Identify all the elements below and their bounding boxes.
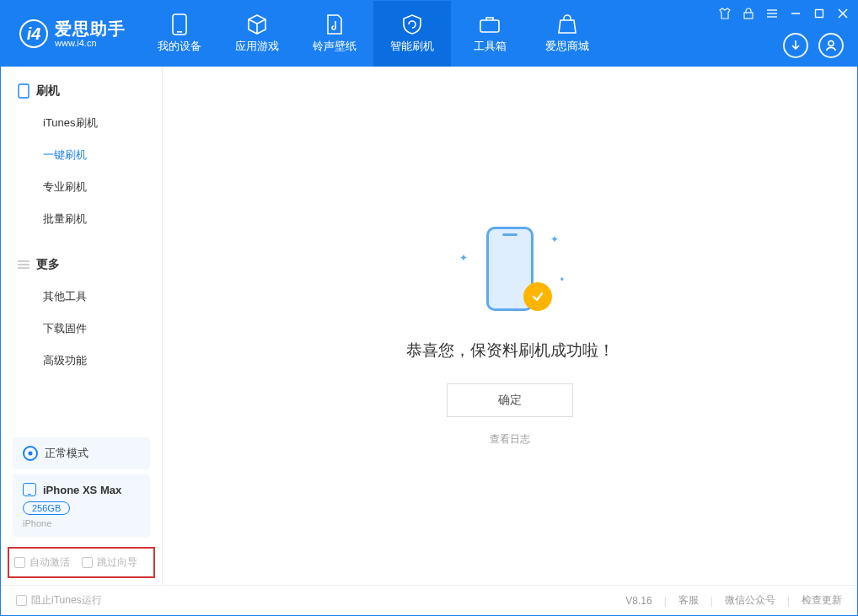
separator: | [787,595,790,607]
sidebar-item-advanced[interactable]: 高级功能 [1,345,162,377]
sidebar-section-flash: 刷机 iTunes刷机 一键刷机 专业刷机 批量刷机 [1,67,162,240]
tab-my-device[interactable]: 我的设备 [141,1,218,67]
download-button[interactable] [783,33,808,58]
sidebar: 刷机 iTunes刷机 一键刷机 专业刷机 批量刷机 更多 其他工具 下载固件 … [1,67,163,585]
device-outline-icon [18,83,29,99]
list-icon [18,260,29,270]
section-title: 更多 [36,257,60,272]
menu-icon[interactable] [764,6,780,21]
version-label: V8.16 [625,595,652,607]
footer: 阻止iTunes运行 V8.16 | 客服 | 微信公众号 | 检查更新 [1,585,857,615]
window-controls [717,6,850,21]
app-window: i4 爱思助手 www.i4.cn 我的设备 应用游戏 铃声壁纸 智能刷机 [0,0,858,616]
footer-right: V8.16 | 客服 | 微信公众号 | 检查更新 [625,593,842,608]
lock-icon[interactable] [741,6,756,21]
tab-label: 工具箱 [474,39,507,54]
phone-small-icon [23,483,36,496]
header-tabs: 我的设备 应用游戏 铃声壁纸 智能刷机 工具箱 爱思商城 [141,1,606,67]
sidebar-item-oneclick-flash[interactable]: 一键刷机 [1,139,162,171]
main-content: ✦ ✦ • 恭喜您，保资料刷机成功啦！ 确定 查看日志 [163,67,857,585]
logo-block: i4 爱思助手 www.i4.cn [1,1,141,67]
tab-label: 应用游戏 [235,39,279,54]
wechat-link[interactable]: 微信公众号 [725,593,775,608]
checkbox-block-itunes[interactable]: 阻止iTunes运行 [16,593,102,608]
mode-icon [23,446,38,461]
view-log-link[interactable]: 查看日志 [490,432,530,447]
close-button[interactable] [835,6,850,21]
highlighted-options-box: 自动激活 跳过向导 [8,547,155,578]
body: 刷机 iTunes刷机 一键刷机 专业刷机 批量刷机 更多 其他工具 下载固件 … [1,67,857,585]
svg-rect-1 [177,31,182,33]
success-message: 恭喜您，保资料刷机成功啦！ [406,340,614,362]
cube-icon [246,13,268,35]
tab-apps-games[interactable]: 应用游戏 [218,1,296,67]
checkbox-auto-activate[interactable]: 自动激活 [14,555,70,570]
tab-label: 铃声壁纸 [313,39,357,54]
svg-rect-2 [480,20,499,32]
tab-label: 爱思商城 [545,39,589,54]
device-type: iPhone [23,518,140,528]
sparkle-icon: ✦ [550,233,559,245]
section-title: 刷机 [36,83,60,99]
header-action-circles [783,33,844,58]
sparkle-icon: • [560,274,564,286]
mode-label: 正常模式 [45,446,88,461]
bag-icon [556,13,578,35]
sidebar-item-itunes-flash[interactable]: iTunes刷机 [1,107,162,139]
svg-rect-8 [816,10,823,18]
logo-icon: i4 [19,19,48,48]
ok-button[interactable]: 确定 [447,383,573,417]
sidebar-item-download-firmware[interactable]: 下载固件 [1,313,162,345]
device-storage-badge: 256GB [23,501,70,515]
minimize-button[interactable] [788,6,803,21]
phone-icon [169,13,190,35]
logo-text: 爱思助手 www.i4.cn [55,19,126,48]
separator: | [711,595,713,607]
header: i4 爱思助手 www.i4.cn 我的设备 应用游戏 铃声壁纸 智能刷机 [1,1,857,67]
svg-rect-12 [19,84,29,98]
tab-store[interactable]: 爱思商城 [528,1,606,67]
device-name: iPhone XS Max [43,484,121,496]
support-link[interactable]: 客服 [678,593,699,608]
separator: | [664,595,667,607]
sidebar-header-flash: 刷机 [1,78,162,107]
checkbox-label: 阻止iTunes运行 [31,593,102,608]
music-file-icon [324,13,346,35]
svg-rect-3 [744,13,753,19]
tab-label: 智能刷机 [390,39,434,54]
checkbox-label: 跳过向导 [97,555,137,570]
checkbox-skip-guide[interactable]: 跳过向导 [82,555,137,570]
tshirt-icon[interactable] [717,6,732,21]
app-title: 爱思助手 [55,19,126,38]
mode-card[interactable]: 正常模式 [13,437,150,469]
sidebar-bottom: 正常模式 iPhone XS Max 256GB iPhone 自动激活 [1,432,162,585]
sidebar-section-more: 更多 其他工具 下载固件 高级功能 [1,240,162,382]
shield-refresh-icon [401,13,423,35]
svg-point-11 [829,41,834,46]
sidebar-item-other-tools[interactable]: 其他工具 [1,281,162,313]
sparkle-icon: ✦ [459,252,468,264]
tab-smart-flash[interactable]: 智能刷机 [373,1,451,67]
app-url: www.i4.cn [55,38,126,48]
device-card[interactable]: iPhone XS Max 256GB iPhone [13,474,150,537]
tab-label: 我的设备 [158,39,201,54]
success-illustration: ✦ ✦ • [459,218,560,319]
sidebar-item-pro-flash[interactable]: 专业刷机 [1,171,162,203]
maximize-button[interactable] [812,6,827,21]
checkbox-icon [16,595,27,606]
tab-toolbox[interactable]: 工具箱 [451,1,528,67]
user-button[interactable] [818,33,844,58]
checkbox-label: 自动激活 [29,555,70,570]
briefcase-icon [479,13,501,35]
check-badge-icon [523,282,552,311]
tab-ringtones-wallpapers[interactable]: 铃声壁纸 [296,1,373,67]
checkbox-icon [82,557,93,568]
checkbox-icon [14,557,25,568]
sidebar-header-more: 更多 [1,252,162,281]
sidebar-item-batch-flash[interactable]: 批量刷机 [1,203,162,235]
check-update-link[interactable]: 检查更新 [802,593,842,608]
